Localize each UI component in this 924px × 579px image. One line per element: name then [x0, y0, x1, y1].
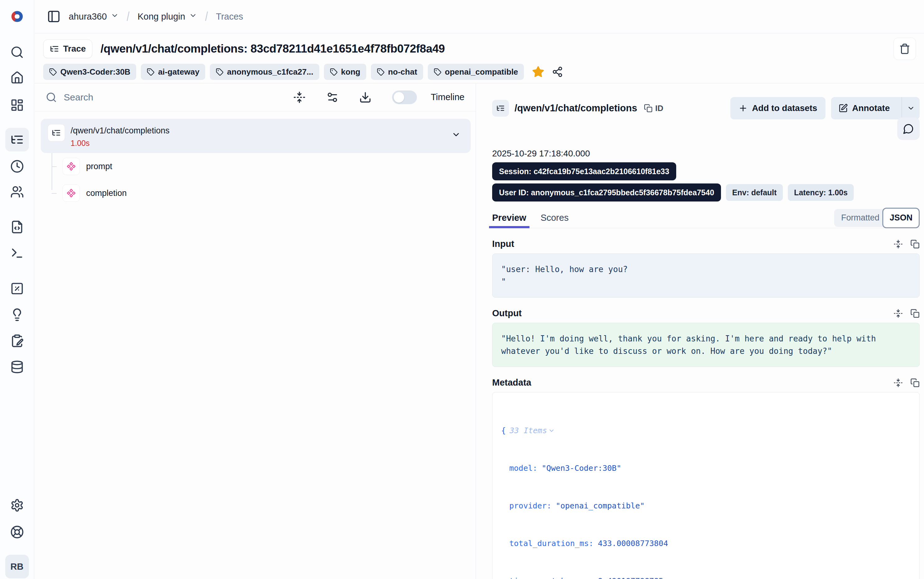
tag-chip[interactable]: ai-gateway: [141, 64, 205, 80]
format-toggle-formatted[interactable]: Formatted: [841, 213, 882, 222]
evaluation-percent-icon[interactable]: [5, 277, 29, 300]
input-section-header: Input: [492, 239, 920, 249]
session-badge-row: Session: c42fca19b75e13aac2b2106610f81e3…: [492, 162, 920, 180]
star-icon: [532, 65, 545, 79]
breadcrumb-current-page[interactable]: Traces: [216, 11, 243, 22]
datasets-database-icon[interactable]: [5, 355, 29, 379]
copy-icon: [644, 104, 653, 113]
breadcrumb-org[interactable]: ahura360: [69, 11, 119, 22]
search-icon: [46, 92, 57, 103]
list-tree-icon: [496, 104, 505, 113]
tag-chip[interactable]: anonymous_c1fca27...: [210, 64, 319, 80]
playground-terminal-icon[interactable]: [5, 241, 29, 265]
breadcrumb-project[interactable]: Kong plugin: [137, 11, 197, 22]
avatar-initials: RB: [11, 562, 24, 572]
tab-scores[interactable]: Scores: [540, 208, 569, 228]
detail-title: /qwen/v1/chat/completions: [514, 103, 637, 114]
add-to-datasets-button[interactable]: Add to datasets: [730, 97, 826, 119]
tab-preview[interactable]: Preview: [492, 208, 526, 228]
timeline-toggle[interactable]: [392, 90, 417, 104]
annotate-split-button: Annotate: [831, 97, 920, 119]
trace-node-badge: [47, 124, 65, 141]
insights-lightbulb-icon[interactable]: [5, 303, 29, 327]
tag-icon: [330, 68, 338, 76]
output-label: Output: [492, 308, 522, 319]
output-section-icons: [893, 309, 920, 318]
event-component-icon: [67, 188, 76, 198]
sessions-clock-icon[interactable]: [5, 155, 29, 178]
tag-icon: [377, 68, 385, 76]
tag-chip[interactable]: openai_compatible: [428, 64, 524, 80]
metadata-section: Metadata {33 Items model:"Qwen3-Coder:30…: [492, 378, 920, 579]
add-to-datasets-label: Add to datasets: [752, 103, 817, 113]
collapse-node-button[interactable]: [451, 130, 461, 139]
fold-vertical-icon[interactable]: [893, 309, 903, 318]
copy-icon[interactable]: [910, 239, 920, 249]
search-input[interactable]: [64, 92, 273, 103]
json-line: model:"Qwen3-Coder:30B": [501, 462, 911, 474]
prompts-file-code-icon[interactable]: [5, 215, 29, 239]
tag-label: ai-gateway: [158, 67, 199, 77]
square-pen-icon: [839, 103, 848, 113]
input-section-icons: [893, 239, 920, 249]
search-icon[interactable]: [5, 41, 29, 64]
copy-icon[interactable]: [910, 309, 920, 318]
tree-root-row[interactable]: /qwen/v1/chat/completions 1.00s: [41, 119, 471, 153]
user-avatar[interactable]: RB: [5, 555, 29, 578]
tracing-icon[interactable]: [5, 128, 29, 151]
annotate-dropdown-button[interactable]: [902, 97, 920, 119]
tree-root-duration: 1.00s: [70, 139, 170, 148]
user-id-badge[interactable]: User ID: anonymous_c1fca2795bbedc5f36678…: [492, 183, 721, 201]
tag-chip[interactable]: no-chat: [371, 64, 423, 80]
share-icon: [552, 66, 563, 77]
annotate-button[interactable]: Annotate: [831, 97, 897, 119]
share-button[interactable]: [552, 66, 563, 77]
copy-id-button[interactable]: ID: [644, 103, 663, 113]
json-expand-chevron[interactable]: [548, 427, 555, 434]
list-tree-icon: [50, 44, 59, 54]
json-line: {33 Items: [501, 424, 911, 437]
collapse-all-button[interactable]: [293, 91, 305, 103]
dashboard-icon[interactable]: [5, 93, 29, 117]
chevron-down-icon: [907, 104, 915, 112]
output-content: "Hello! I'm doing well, thank you for as…: [492, 323, 920, 367]
fold-vertical-icon[interactable]: [893, 378, 903, 388]
topbar: ahura360 / Kong plugin / Traces: [34, 0, 924, 33]
annotation-clipboard-icon[interactable]: [5, 329, 29, 353]
observation-tree: /qwen/v1/chat/completions 1.00s prompt c…: [34, 111, 476, 206]
session-badge[interactable]: Session: c42fca19b75e13aac2b2106610f81e3…: [492, 162, 676, 180]
app-logo: [5, 5, 29, 28]
json-line: total_duration_ms:433.00008773804: [501, 537, 911, 550]
app: RB ahura360 / Kong plugin / Traces Trace…: [0, 0, 924, 579]
tag-chip[interactable]: kong: [324, 64, 366, 80]
sidebar-toggle-icon[interactable]: [47, 10, 60, 23]
support-lifebuoy-icon[interactable]: [5, 520, 29, 544]
breadcrumb-org-label: ahura360: [69, 11, 107, 22]
tree-child-row[interactable]: completion: [41, 180, 471, 206]
home-icon[interactable]: [5, 66, 29, 90]
tree-search-row: Timeline: [34, 83, 476, 111]
tree-settings-button[interactable]: [326, 91, 339, 103]
tag-icon: [147, 68, 155, 76]
delete-trace-button[interactable]: [893, 38, 916, 60]
metadata-label: Metadata: [492, 378, 531, 388]
format-toggle-json[interactable]: JSON: [882, 208, 920, 228]
tag-label: openai_compatible: [445, 67, 518, 77]
comments-button[interactable]: [897, 118, 920, 140]
tag-chip[interactable]: Qwen3-Coder:30B: [43, 64, 136, 80]
timeline-toggle-label: Timeline: [431, 92, 464, 102]
input-content: "user: Hello, how are you? ": [492, 254, 920, 298]
output-section: Output "Hello! I'm doing well, thank you…: [492, 308, 920, 367]
env-badge: Env: default: [726, 184, 783, 201]
tag-label: anonymous_c1fca27...: [227, 67, 313, 77]
users-icon[interactable]: [5, 180, 29, 204]
settings-gear-icon[interactable]: [5, 494, 29, 517]
copy-icon[interactable]: [910, 378, 920, 388]
download-button[interactable]: [359, 91, 372, 103]
tag-label: no-chat: [388, 67, 417, 77]
list-tree-icon: [52, 128, 61, 137]
fold-vertical-icon[interactable]: [893, 239, 903, 249]
trace-badge-icon: [492, 100, 509, 117]
tree-child-row[interactable]: prompt: [41, 153, 471, 180]
bookmark-star-button[interactable]: [532, 65, 545, 79]
